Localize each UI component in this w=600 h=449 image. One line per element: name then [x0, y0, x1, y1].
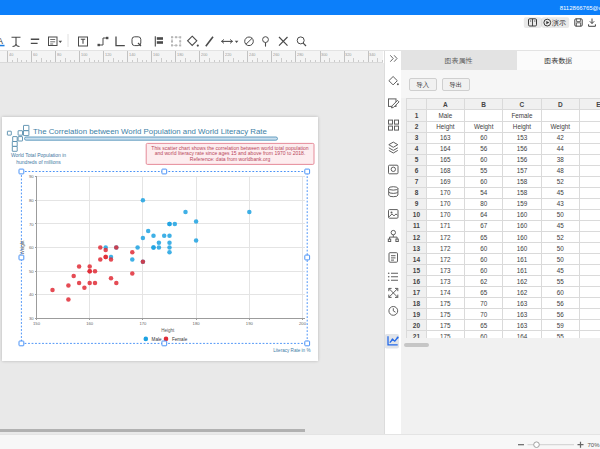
svg-text:Reference: data from worldbank: Reference: data from worldbank.org — [190, 156, 271, 162]
svg-text:180: 180 — [193, 321, 201, 326]
svg-text:The Correlation between World: The Correlation between World Population… — [33, 127, 267, 136]
svg-text:Height: Height — [161, 328, 175, 333]
svg-text:Weight: Weight — [20, 240, 25, 255]
svg-text:Literacy Rate in %: Literacy Rate in % — [273, 348, 310, 353]
svg-text:160: 160 — [86, 321, 94, 326]
svg-text:150: 150 — [33, 321, 41, 326]
svg-text:90: 90 — [29, 174, 34, 179]
svg-text:Male: Male — [152, 337, 162, 342]
svg-text:A: A — [0, 36, 3, 46]
svg-text:70%: 70% — [588, 442, 600, 448]
svg-text:演示: 演示 — [552, 19, 566, 27]
svg-text:50: 50 — [29, 269, 34, 274]
svg-text:70: 70 — [29, 222, 34, 227]
svg-text:Female: Female — [172, 337, 188, 342]
svg-text:World Total Population in: World Total Population in — [11, 152, 66, 158]
svg-text:60: 60 — [29, 245, 34, 250]
svg-text:190: 190 — [246, 321, 254, 326]
svg-text:hundreds of millions: hundreds of millions — [16, 159, 61, 165]
svg-text:80: 80 — [29, 198, 34, 203]
svg-text:170: 170 — [139, 321, 147, 326]
svg-text:40: 40 — [29, 292, 34, 297]
svg-text:200: 200 — [299, 321, 307, 326]
